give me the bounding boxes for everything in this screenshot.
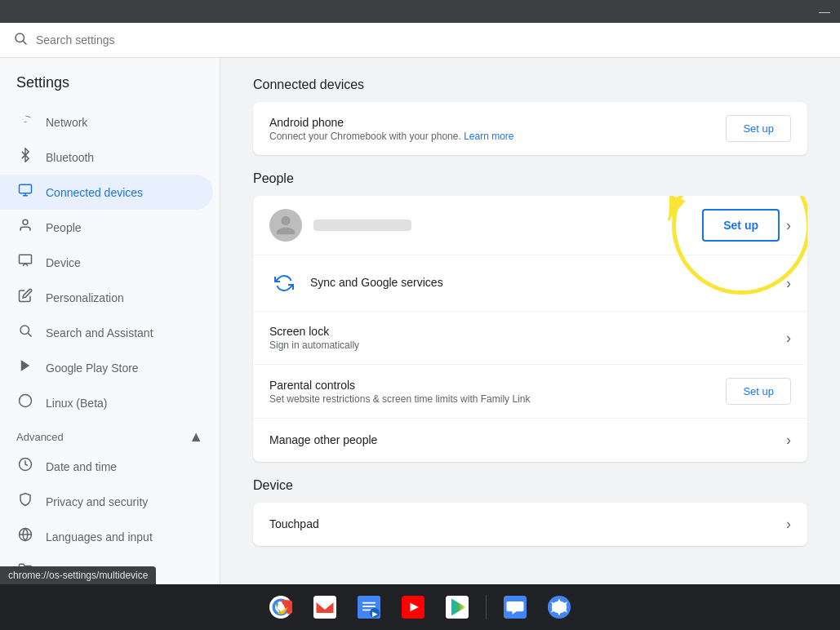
sidebar-item-personalization[interactable]: Personalization <box>0 280 213 315</box>
user-name-blurred <box>313 220 411 231</box>
advanced-section-header[interactable]: Advanced ▲ <box>0 420 220 449</box>
sidebar-item-bluetooth-label: Bluetooth <box>46 151 94 164</box>
screen-lock-info: Screen lock Sign in automatically <box>269 325 780 351</box>
android-phone-info: Android phone Connect your Chromebook wi… <box>269 116 726 142</box>
svg-point-0 <box>16 33 24 42</box>
minimize-button[interactable]: — <box>816 5 833 18</box>
sidebar-item-search-assistant[interactable]: Search and Assistant <box>0 315 213 350</box>
taskbar: ▶ <box>0 584 840 630</box>
sidebar-item-people[interactable]: People <box>0 210 213 245</box>
sidebar-item-people-label: People <box>46 221 82 234</box>
play-icon <box>16 358 34 377</box>
svg-text:▶: ▶ <box>372 610 378 618</box>
svg-point-5 <box>23 220 28 224</box>
sync-row-chevron: › <box>786 275 791 292</box>
user-row-chevron: › <box>786 217 791 234</box>
learn-more-link[interactable]: Learn more <box>464 131 513 142</box>
svg-rect-6 <box>20 255 32 264</box>
search-input[interactable] <box>36 33 827 47</box>
sync-title: Sync and Google services <box>310 276 780 289</box>
sync-row[interactable]: Sync and Google services › <box>253 255 807 312</box>
svg-point-10 <box>20 395 32 407</box>
screen-lock-chevron: › <box>786 330 791 347</box>
taskbar-divider <box>486 595 487 619</box>
globe-icon <box>16 527 34 546</box>
laptop-icon <box>16 253 34 272</box>
sync-icon <box>269 268 299 298</box>
android-setup-button[interactable]: Set up <box>726 115 791 142</box>
sidebar-item-date-time[interactable]: Date and time <box>0 449 213 484</box>
wifi-icon <box>16 113 34 131</box>
sidebar-item-google-play-label: Google Play Store <box>46 362 139 375</box>
manage-other-title: Manage other people <box>269 433 780 446</box>
manage-other-chevron: › <box>786 432 791 449</box>
screen-lock-row[interactable]: Screen lock Sign in automatically › <box>253 312 807 365</box>
sidebar-item-network-label: Network <box>46 116 87 129</box>
device-section-title: Device <box>253 478 807 493</box>
search-icon <box>13 31 28 49</box>
svg-rect-23 <box>362 610 371 611</box>
parental-setup-button[interactable]: Set up <box>726 378 791 405</box>
svg-line-1 <box>23 41 26 44</box>
screen-lock-desc: Sign in automatically <box>269 339 780 351</box>
android-phone-row[interactable]: Android phone Connect your Chromebook wi… <box>253 102 807 155</box>
svg-marker-9 <box>21 360 30 371</box>
tablet-icon <box>16 183 34 202</box>
sidebar-item-privacy[interactable]: Privacy and security <box>0 484 213 519</box>
advanced-label: Advanced <box>16 431 64 443</box>
android-phone-title: Android phone <box>269 116 726 129</box>
sync-info: Sync and Google services <box>310 276 780 291</box>
user-row[interactable]: Set up › <box>253 196 807 255</box>
connected-devices-section-title: Connected devices <box>253 78 807 92</box>
main-content: Connected devices Android phone Connect … <box>220 58 840 584</box>
edit-icon <box>16 288 34 307</box>
sidebar-item-connected-devices[interactable]: Connected devices <box>0 175 213 210</box>
svg-line-8 <box>28 333 31 336</box>
user-avatar <box>269 209 302 242</box>
touchpad-info: Touchpad <box>269 517 780 532</box>
taskbar-chrome[interactable] <box>262 588 300 626</box>
sidebar-item-device[interactable]: Device <box>0 245 213 280</box>
taskbar-gmail[interactable] <box>306 588 344 626</box>
sidebar-item-device-label: Device <box>46 256 81 269</box>
taskbar-play[interactable] <box>438 588 476 626</box>
search-assistant-icon <box>16 323 34 342</box>
connected-devices-card: Android phone Connect your Chromebook wi… <box>253 102 807 155</box>
main-window: Settings Network Bluetooth Con <box>0 23 840 584</box>
layout: Settings Network Bluetooth Con <box>0 58 840 584</box>
touchpad-title: Touchpad <box>269 517 780 530</box>
user-info <box>313 220 702 231</box>
android-phone-desc-text: Connect your Chromebook with your phone. <box>269 131 461 142</box>
person-icon <box>16 218 34 237</box>
sidebar-item-languages-label: Languages and input <box>46 530 153 543</box>
manage-other-row[interactable]: Manage other people › <box>253 419 807 462</box>
svg-rect-21 <box>362 602 376 604</box>
parental-controls-title: Parental controls <box>269 379 726 392</box>
sidebar-item-date-time-label: Date and time <box>46 460 117 473</box>
sidebar-item-network[interactable]: Network <box>0 104 213 140</box>
taskbar-youtube[interactable] <box>394 588 432 626</box>
parental-controls-desc: Set website restrictions & screen time l… <box>269 393 726 405</box>
sidebar-item-bluetooth[interactable]: Bluetooth <box>0 140 213 175</box>
taskbar-messages[interactable] <box>496 588 534 626</box>
people-card: Set up › <box>253 196 807 462</box>
sidebar-item-personalization-label: Personalization <box>46 291 124 304</box>
taskbar-docs[interactable]: ▶ <box>350 588 388 626</box>
linux-icon <box>16 393 34 412</box>
manage-other-info: Manage other people <box>269 433 780 448</box>
titlebar: — <box>0 0 840 23</box>
sidebar-item-google-play[interactable]: Google Play Store <box>0 350 213 385</box>
sidebar-item-languages[interactable]: Languages and input <box>0 519 213 554</box>
people-setup-button[interactable]: Set up <box>702 209 780 242</box>
svg-point-18 <box>278 604 285 611</box>
people-section-title: People <box>253 171 807 186</box>
sidebar-item-connected-devices-label: Connected devices <box>46 186 143 199</box>
touchpad-row[interactable]: Touchpad › <box>253 503 807 546</box>
screen-lock-title: Screen lock <box>269 325 780 338</box>
sidebar: Settings Network Bluetooth Con <box>0 58 220 584</box>
setup-btn-container: Set up <box>702 209 780 242</box>
sidebar-item-linux[interactable]: Linux (Beta) <box>0 385 213 420</box>
device-card: Touchpad › <box>253 503 807 546</box>
taskbar-settings[interactable] <box>540 588 578 626</box>
parental-controls-row[interactable]: Parental controls Set website restrictio… <box>253 365 807 419</box>
